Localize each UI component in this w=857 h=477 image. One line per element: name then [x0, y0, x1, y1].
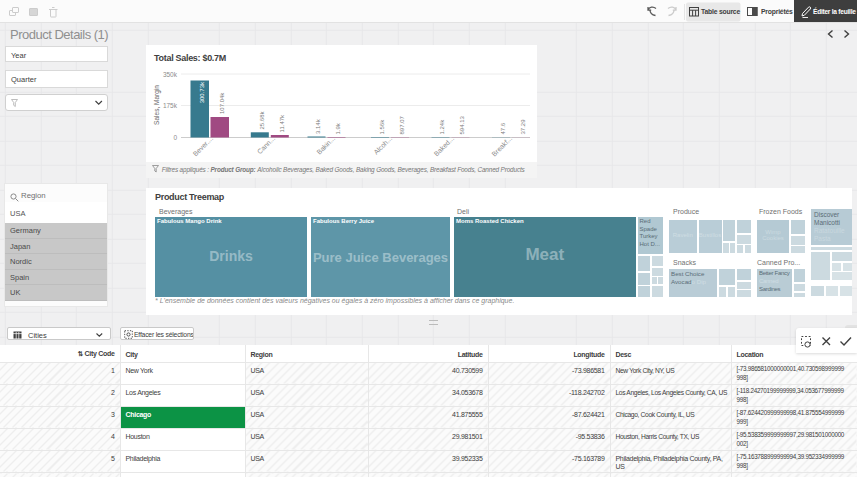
svg-text:1.56k: 1.56k	[379, 119, 385, 135]
svg-text:300.73k: 300.73k	[199, 81, 205, 103]
svg-text:1.9k: 1.9k	[335, 122, 341, 134]
svg-text:0: 0	[173, 134, 177, 141]
svg-text:25.68k: 25.68k	[259, 110, 265, 129]
svg-text:1.24k: 1.24k	[439, 119, 445, 135]
svg-text:37.29: 37.29	[520, 119, 526, 135]
svg-text:594.13: 594.13	[459, 115, 465, 134]
svg-text:Baked...: Baked...	[433, 135, 456, 158]
svg-text:350k: 350k	[163, 71, 178, 78]
svg-text:3.14k: 3.14k	[315, 118, 321, 134]
svg-text:Sales, Margin: Sales, Margin	[153, 85, 161, 125]
svg-text:175k: 175k	[163, 102, 178, 109]
svg-text:Breakf...: Breakf...	[490, 135, 513, 158]
svg-text:47.6: 47.6	[500, 122, 506, 134]
svg-text:107.04k: 107.04k	[219, 92, 225, 114]
svg-text:Bever....: Bever....	[192, 135, 215, 158]
svg-text:11.47k: 11.47k	[279, 114, 285, 133]
svg-text:897.07: 897.07	[399, 115, 405, 134]
